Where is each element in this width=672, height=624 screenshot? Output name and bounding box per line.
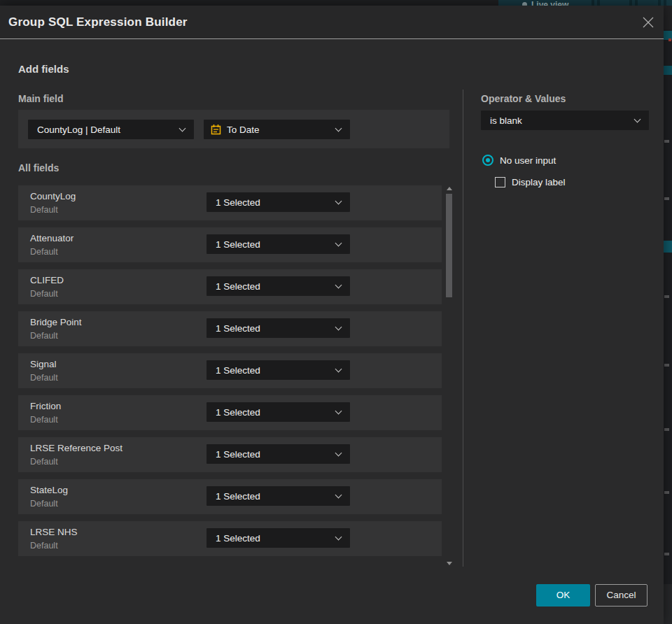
chevron-down-icon [335, 534, 342, 541]
field-name: Friction [30, 401, 61, 411]
field-selection-dropdown[interactable]: 1 Selected [206, 528, 350, 548]
chevron-down-icon [335, 492, 342, 499]
main-field-dropdown[interactable]: CountyLog | Default [28, 120, 194, 139]
field-row: Signal Default 1 Selected [18, 353, 442, 388]
field-row: Bridge Point Default 1 Selected [18, 311, 442, 346]
field-name: StateLog [30, 485, 68, 495]
field-selection-value: 1 Selected [206, 365, 260, 376]
toolbar-separator [597, 0, 600, 6]
field-selection-value: 1 Selected [206, 533, 260, 544]
operator-values-heading: Operator & Values [481, 93, 566, 104]
chevron-down-icon [335, 282, 342, 289]
field-selection-value: 1 Selected [206, 281, 260, 292]
field-row: CountyLog Default 1 Selected [18, 185, 442, 220]
live-view-label: Live view [531, 0, 568, 6]
chevron-down-icon [634, 116, 641, 123]
field-selection-dropdown[interactable]: 1 Selected [206, 486, 350, 506]
field-selection-dropdown[interactable]: 1 Selected [206, 192, 350, 212]
field-selection-value: 1 Selected [206, 407, 260, 418]
ok-button[interactable]: OK [536, 584, 590, 607]
field-selection-dropdown[interactable]: 1 Selected [206, 402, 350, 422]
field-name: LRSE Reference Post [30, 443, 122, 453]
toolbar-separator [635, 0, 638, 6]
chevron-down-icon [179, 125, 186, 132]
field-subtitle: Default [30, 247, 58, 257]
scroll-down-arrow-icon[interactable] [447, 562, 452, 565]
field-name: Bridge Point [30, 317, 82, 327]
field-selection-value: 1 Selected [206, 323, 260, 334]
field-selection-dropdown[interactable]: 1 Selected [206, 360, 350, 380]
chevron-down-icon [335, 408, 342, 415]
field-selection-value: 1 Selected [206, 197, 260, 208]
field-selection-dropdown[interactable]: 1 Selected [206, 318, 350, 338]
operator-value: is blank [481, 115, 522, 126]
toolbar-separator [664, 0, 666, 6]
field-name: CountyLog [30, 191, 76, 201]
display-label-checkbox[interactable] [495, 177, 505, 187]
chevron-down-icon [335, 366, 342, 373]
chevron-down-icon [335, 324, 342, 331]
no-user-input-label: No user input [500, 155, 556, 166]
field-subtitle: Default [30, 457, 58, 467]
chevron-down-icon [335, 198, 342, 205]
field-subtitle: Default [30, 289, 58, 299]
display-label-option[interactable]: Display label [495, 176, 566, 187]
add-fields-heading: Add fields [18, 63, 69, 75]
field-subtitle: Default [30, 499, 58, 509]
dialog-title: Group SQL Expression Builder [8, 6, 188, 39]
main-field-heading: Main field [18, 93, 64, 104]
field-row: CLIFED Default 1 Selected [18, 269, 442, 304]
no-user-input-radio[interactable] [482, 155, 493, 166]
value-type-value: To Date [222, 125, 260, 135]
field-selection-dropdown[interactable]: 1 Selected [206, 234, 350, 254]
main-field-value: CountyLog | Default [28, 125, 120, 135]
background-toolbar: Live view [0, 0, 672, 6]
cancel-button[interactable]: Cancel [595, 584, 648, 607]
list-scrollbar [446, 185, 453, 567]
field-subtitle: Default [30, 415, 58, 425]
field-row: LRSE NHS Default 1 Selected [18, 521, 442, 556]
panel-divider [463, 90, 463, 567]
all-fields-list: CountyLog Default 1 Selected Attenuator … [18, 185, 442, 563]
field-selection-value: 1 Selected [206, 239, 260, 250]
toolbar-separator [592, 0, 594, 6]
screen: Live view Group SQL Expression Builder [0, 0, 672, 624]
value-type-dropdown[interactable]: To Date [204, 120, 350, 139]
toolbar-separator [658, 0, 661, 6]
group-sql-expression-builder-dialog: Group SQL Expression Builder Add fields … [0, 6, 664, 624]
field-row: Attenuator Default 1 Selected [18, 227, 442, 262]
field-row: StateLog Default 1 Selected [18, 479, 442, 514]
field-name: CLIFED [30, 275, 64, 285]
all-fields-heading: All fields [18, 162, 59, 173]
operator-dropdown[interactable]: is blank [481, 111, 649, 130]
field-row: Friction Default 1 Selected [18, 395, 442, 430]
chevron-down-icon [335, 125, 342, 132]
field-subtitle: Default [30, 331, 58, 341]
field-row: LRSE Reference Post Default 1 Selected [18, 437, 442, 472]
field-subtitle: Default [30, 541, 58, 551]
no-user-input-option[interactable]: No user input [482, 155, 556, 166]
dialog-titlebar: Group SQL Expression Builder [0, 6, 664, 39]
field-selection-value: 1 Selected [206, 491, 260, 502]
field-name: Signal [30, 359, 57, 369]
close-icon[interactable] [641, 15, 655, 29]
field-subtitle: Default [30, 205, 58, 215]
toolbar-separator [629, 0, 632, 6]
field-selection-dropdown[interactable]: 1 Selected [206, 276, 350, 296]
calendar-icon [210, 124, 222, 136]
live-view-toolbar-fragment: Live view [498, 0, 672, 6]
field-selection-dropdown[interactable]: 1 Selected [206, 444, 350, 464]
field-name: LRSE NHS [30, 527, 78, 537]
field-selection-value: 1 Selected [206, 449, 260, 460]
scrollbar-thumb[interactable] [446, 194, 452, 297]
chevron-down-icon [335, 240, 342, 247]
scroll-up-arrow-icon[interactable] [447, 187, 452, 190]
chevron-down-icon [335, 450, 342, 457]
main-field-container: CountyLog | Default To Date [18, 110, 449, 148]
field-subtitle: Default [30, 373, 58, 383]
background-right-strip [664, 6, 672, 624]
display-label-label: Display label [512, 177, 566, 187]
field-name: Attenuator [30, 233, 74, 243]
